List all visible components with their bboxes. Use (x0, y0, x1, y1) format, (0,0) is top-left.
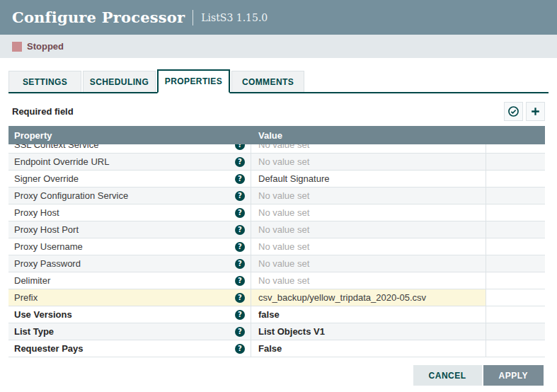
table-row[interactable]: Delimiter?No value set (8, 272, 545, 289)
cancel-button[interactable]: CANCEL (413, 365, 482, 386)
table-row[interactable]: Proxy Username?No value set (8, 238, 545, 255)
property-value[interactable]: No value set (251, 188, 486, 204)
property-name-cell: Proxy Host? (8, 204, 251, 221)
table-row[interactable]: List Type?List Objects V1 (8, 323, 545, 340)
property-value[interactable]: False (251, 340, 486, 357)
help-icon[interactable]: ? (235, 208, 245, 218)
property-value[interactable]: false (251, 306, 486, 323)
row-actions-cell (486, 323, 545, 340)
stopped-icon (12, 42, 22, 52)
row-actions-cell (486, 272, 545, 289)
status-label: Stopped (27, 41, 64, 52)
help-icon[interactable]: ? (235, 144, 245, 150)
row-actions-cell (486, 340, 545, 357)
row-actions-cell (486, 306, 545, 323)
help-icon[interactable]: ? (235, 344, 245, 354)
property-value[interactable]: No value set (251, 272, 486, 289)
property-value[interactable]: No value set (251, 204, 486, 221)
help-icon[interactable]: ? (235, 225, 245, 235)
column-header-property: Property (8, 130, 251, 141)
property-name-cell: Use Versions? (8, 306, 251, 323)
table-row[interactable]: Prefix?csv_backup/yellow_tripdata_2020-0… (8, 289, 545, 306)
property-name: SSL Context Service (14, 144, 235, 150)
property-name: Proxy Host Port (14, 224, 235, 235)
table-row[interactable]: SSL Context Service?No value set (8, 144, 545, 154)
row-actions-cell (486, 154, 545, 170)
property-value[interactable]: No value set (251, 221, 486, 238)
table-row[interactable]: Proxy Host?No value set (8, 204, 545, 221)
property-name: Use Versions (14, 309, 235, 320)
check-circle-icon (507, 105, 519, 117)
help-icon[interactable]: ? (235, 174, 245, 184)
table-row[interactable]: Proxy Configuration Service?No value set (8, 188, 545, 204)
property-name-cell: Requester Pays? (8, 340, 251, 357)
property-name-cell: Proxy Host Port? (8, 221, 251, 238)
title-divider (193, 10, 193, 25)
property-name: Requester Pays (14, 343, 235, 354)
property-value[interactable]: No value set (251, 238, 486, 255)
plus-icon (529, 105, 541, 117)
table-row[interactable]: Proxy Password?No value set (8, 255, 545, 272)
property-name-cell: Proxy Configuration Service? (8, 188, 251, 204)
table-row[interactable]: Use Versions?false (8, 306, 545, 323)
help-icon[interactable]: ? (235, 310, 245, 320)
property-value[interactable]: No value set (251, 154, 486, 170)
property-name-cell: Proxy Password? (8, 255, 251, 272)
row-actions-cell (486, 255, 545, 272)
tab-properties[interactable]: PROPERTIES (157, 69, 230, 93)
verify-properties-button[interactable] (504, 102, 523, 121)
help-icon[interactable]: ? (235, 293, 245, 303)
property-name: Proxy Username (14, 241, 235, 252)
property-name: Proxy Password (14, 258, 235, 269)
property-name-cell: SSL Context Service? (8, 144, 251, 153)
property-name: Proxy Host (14, 207, 235, 218)
dialog-footer: CANCEL APPLY (413, 365, 544, 386)
property-value[interactable]: No value set (251, 144, 486, 153)
property-table-body[interactable]: SSL Context Service?No value setEndpoint… (8, 144, 545, 357)
property-name: Proxy Configuration Service (14, 190, 235, 201)
tab-comments[interactable]: COMMENTS (231, 71, 304, 92)
table-row[interactable]: Requester Pays?False (8, 340, 545, 357)
help-icon[interactable]: ? (235, 191, 245, 201)
help-icon[interactable]: ? (235, 327, 245, 337)
required-field-label: Required field (12, 106, 501, 117)
processor-name-version: ListS3 1.15.0 (201, 12, 268, 23)
help-icon[interactable]: ? (235, 276, 245, 286)
tab-settings[interactable]: SETTINGS (8, 71, 81, 92)
property-name-cell: Proxy Username? (8, 238, 251, 255)
add-property-button[interactable] (526, 102, 545, 121)
dialog-header: Configure Processor ListS3 1.15.0 (0, 0, 557, 35)
property-name-cell: Prefix? (8, 289, 251, 306)
status-bar: Stopped (0, 35, 557, 58)
column-header-value: Value (251, 130, 486, 141)
help-icon[interactable]: ? (235, 242, 245, 252)
table-header: Property Value (8, 126, 545, 144)
property-name-cell: List Type? (8, 323, 251, 340)
properties-toolbar: Required field (12, 100, 545, 122)
table-row[interactable]: Endpoint Override URL?No value set (8, 154, 545, 171)
configure-processor-dialog: Configure Processor ListS3 1.15.0 Stoppe… (0, 0, 557, 392)
table-row[interactable]: Proxy Host Port?No value set (8, 221, 545, 238)
property-value[interactable]: Default Signature (251, 171, 486, 187)
row-actions-cell (486, 221, 545, 238)
help-icon[interactable]: ? (235, 259, 245, 269)
property-name: Prefix (14, 292, 235, 303)
property-value[interactable]: List Objects V1 (251, 323, 486, 340)
help-icon[interactable]: ? (235, 157, 245, 167)
table-row[interactable]: Signer Override?Default Signature (8, 171, 545, 188)
row-actions-cell (486, 188, 545, 204)
apply-button[interactable]: APPLY (483, 365, 544, 386)
property-name: Delimiter (14, 275, 235, 286)
property-name: Endpoint Override URL (14, 156, 235, 167)
dialog-title: Configure Processor (12, 8, 185, 26)
tabs: SETTINGS SCHEDULING PROPERTIES COMMENTS (8, 71, 549, 93)
tab-scheduling[interactable]: SCHEDULING (83, 71, 156, 92)
property-name: Signer Override (14, 173, 235, 184)
property-name-cell: Endpoint Override URL? (8, 154, 251, 170)
property-value[interactable]: csv_backup/yellow_tripdata_2020-05.csv (251, 289, 486, 306)
property-name-cell: Delimiter? (8, 272, 251, 289)
property-name-cell: Signer Override? (8, 171, 251, 187)
property-value[interactable]: No value set (251, 255, 486, 272)
row-actions-cell (486, 204, 545, 221)
row-actions-cell (486, 289, 545, 306)
